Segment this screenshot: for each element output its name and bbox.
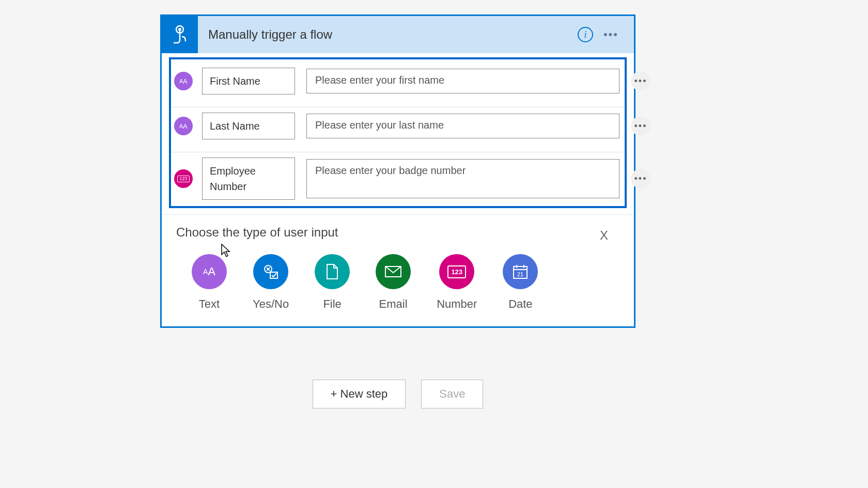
text-icon: AA: [192, 254, 227, 289]
card-header: Manually trigger a flow i •••: [162, 16, 634, 53]
input-row-menu[interactable]: •••: [631, 116, 650, 136]
text-type-icon: AA: [174, 72, 193, 90]
input-prompt-field[interactable]: Please enter your last name: [306, 114, 619, 138]
input-prompt-field[interactable]: Please enter your badge number: [306, 159, 619, 198]
footer-actions: + New step Save: [160, 380, 636, 408]
input-name-field[interactable]: Last Name: [202, 113, 295, 139]
email-icon: [376, 254, 411, 289]
input-type-chooser: Choose the type of user input X AA Text …: [162, 214, 634, 326]
type-option-number[interactable]: 123 Number: [437, 254, 477, 311]
number-icon: 123: [439, 254, 474, 289]
trigger-title: Manually trigger a flow: [198, 27, 578, 42]
input-prompt-field[interactable]: Please enter your first name: [306, 69, 619, 93]
input-row-menu[interactable]: •••: [631, 169, 650, 188]
close-chooser-button[interactable]: X: [600, 228, 608, 243]
input-name-field[interactable]: Employee Number: [202, 158, 295, 200]
new-step-button[interactable]: + New step: [313, 380, 406, 408]
type-option-email[interactable]: Email: [376, 254, 411, 311]
type-option-file[interactable]: File: [315, 254, 350, 311]
inputs-highlight-box: AA First Name Please enter your first na…: [169, 57, 627, 208]
file-icon: [315, 254, 350, 289]
date-icon: 21: [503, 254, 538, 289]
svg-text:21: 21: [517, 271, 523, 277]
info-icon[interactable]: i: [578, 27, 593, 42]
yesno-icon: [253, 254, 288, 289]
chooser-title: Choose the type of user input: [176, 225, 619, 240]
svg-rect-5: [270, 272, 277, 278]
input-row-first-name: AA First Name Please enter your first na…: [171, 62, 625, 107]
input-row-last-name: AA Last Name Please enter your last name…: [171, 107, 625, 152]
card-menu-button[interactable]: •••: [603, 28, 618, 41]
text-type-icon: AA: [174, 117, 193, 135]
number-type-icon: 123: [174, 169, 193, 188]
input-row-menu[interactable]: •••: [631, 71, 650, 91]
type-option-date[interactable]: 21 Date: [503, 254, 538, 311]
input-row-employee-number: 123 Employee Number Please enter your ba…: [171, 152, 625, 206]
input-name-field[interactable]: First Name: [202, 68, 295, 95]
trigger-card: Manually trigger a flow i ••• AA First N…: [160, 14, 636, 328]
trigger-icon: [162, 16, 198, 53]
save-button[interactable]: Save: [421, 380, 483, 408]
type-option-text[interactable]: AA Text: [192, 254, 227, 311]
type-option-yesno[interactable]: Yes/No: [253, 254, 289, 311]
